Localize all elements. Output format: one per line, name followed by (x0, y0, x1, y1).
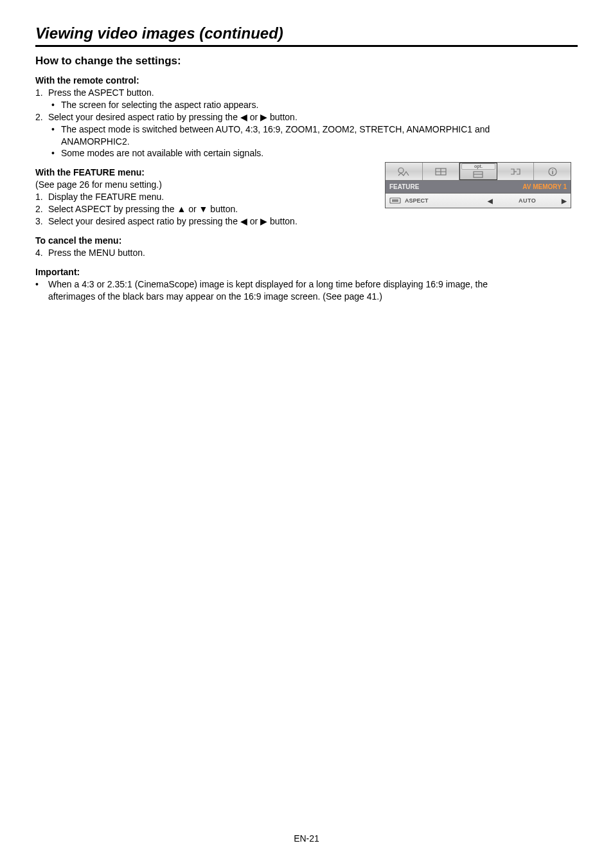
aspect-row-icon (386, 197, 405, 204)
signal-tab-icon (509, 167, 522, 177)
important-bullet-a: When a 4:3 or 2.35:1 (CinemaScope) image… (35, 278, 578, 291)
osd-tab-4 (497, 163, 535, 180)
feature-tab-icon (472, 168, 484, 179)
osd-header: FEATURE AV MEMORY 1 (386, 181, 571, 194)
cancel-heading: To cancel the menu: (35, 235, 578, 246)
page-footer: EN-21 (0, 833, 613, 844)
down-arrow-glyph: ▼ (199, 204, 208, 214)
page-title: Viewing video images (continued) (35, 24, 578, 42)
image-tab-icon (397, 167, 410, 177)
osd-feature-label: FEATURE (389, 183, 522, 190)
osd-left-arrow-icon: ◀ (484, 197, 497, 204)
important-bullet-b: afterimages of the black bars may appear… (35, 291, 578, 303)
remote-step-1: 1.Press the ASPECT button. (35, 87, 578, 99)
osd-right-arrow-icon: ▶ (558, 197, 571, 204)
remote-step-2-bullet-1b: ANAMORPHIC2. (35, 136, 578, 148)
cancel-step-4: 4.Press the MENU button. (35, 247, 578, 259)
osd-memory-label: AV MEMORY 1 (522, 183, 567, 190)
osd-tab-3: opt. (459, 163, 497, 180)
feature-step-3: 3.Select your desired aspect ratio by pr… (35, 215, 378, 228)
remote-heading: With the remote control: (35, 75, 578, 86)
remote-step-2-pre: Select your desired aspect ratio by pres… (48, 112, 240, 122)
remote-step-2-post: button. (267, 112, 298, 122)
osd-tab-1 (386, 163, 423, 180)
important-heading: Important: (35, 267, 578, 277)
left-arrow-glyph: ◀ (240, 112, 247, 122)
info-tab-icon (546, 167, 559, 177)
osd-tab-bar: opt. (386, 163, 571, 181)
remote-step-2-bullet-2: Some modes are not available with certai… (35, 147, 578, 159)
svg-point-0 (398, 168, 404, 173)
osd-tab-5 (534, 163, 571, 180)
feature-step-2-mid: or (186, 204, 199, 214)
remote-step-1-bullet: The screen for selecting the aspect rati… (35, 99, 578, 111)
remote-step-1-text: Press the ASPECT button. (48, 87, 154, 98)
title-rule (35, 45, 578, 47)
right-arrow-glyph: ▶ (260, 112, 267, 122)
install-tab-icon (434, 167, 447, 177)
svg-point-4 (552, 169, 553, 170)
feature-step-1-text: Display the FEATURE menu. (48, 192, 164, 202)
osd-row-label: ASPECT (405, 197, 484, 204)
feature-step-2-post: button. (208, 204, 238, 214)
feature-step-3-pre: Select your desired aspect ratio by pres… (48, 216, 240, 226)
remote-step-2-mid: or (247, 112, 260, 122)
left-arrow-glyph: ◀ (240, 216, 247, 226)
feature-heading: With the FEATURE menu: (35, 167, 378, 177)
section-heading: How to change the settings: (35, 55, 578, 68)
right-arrow-glyph: ▶ (260, 216, 267, 226)
up-arrow-glyph: ▲ (177, 204, 186, 214)
osd-menu: opt. FEATURE AV MEMORY 1 (385, 162, 571, 208)
feature-step-2-pre: Select ASPECT by pressing the (48, 204, 177, 214)
svg-rect-6 (392, 199, 398, 202)
osd-row-aspect: ASPECT ◀ AUTO ▶ (386, 194, 571, 208)
feature-step-2: 2.Select ASPECT by pressing the ▲ or ▼ b… (35, 203, 378, 215)
feature-step-3-post: button. (267, 216, 298, 226)
osd-opt-label: opt. (461, 163, 495, 170)
cancel-step-4-text: Press the MENU button. (48, 248, 145, 258)
feature-note: (See page 26 for menu setting.) (35, 179, 378, 191)
remote-step-2-bullet-1a: The aspect mode is switched between AUTO… (35, 123, 578, 136)
feature-step-1: 1.Display the FEATURE menu. (35, 191, 378, 203)
feature-step-3-mid: or (247, 216, 260, 226)
remote-step-2: 2.Select your desired aspect ratio by pr… (35, 111, 578, 123)
osd-row-value: AUTO (497, 197, 558, 204)
osd-tab-2 (423, 163, 460, 180)
